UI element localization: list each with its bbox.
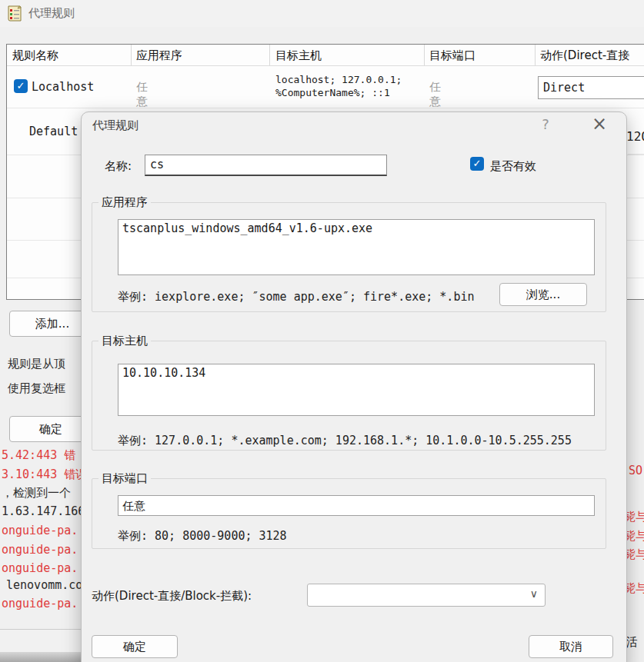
browse-button[interactable]: 浏览... <box>499 283 587 306</box>
proxy-rules-icon <box>6 5 23 22</box>
log-line: onguide-pa. <box>2 561 78 575</box>
row-divider <box>7 108 644 108</box>
col-header-action[interactable]: 动作(Direct-直接 <box>540 48 629 63</box>
col-header-rule-name[interactable]: 规则名称 <box>12 48 58 63</box>
row-divider <box>628 154 644 155</box>
close-icon[interactable]: × <box>588 113 611 135</box>
application-group-title: 应用程序 <box>98 195 151 210</box>
rule-enabled-checkbox[interactable]: ✓ <box>14 79 28 93</box>
window-title: 代理规则 <box>28 6 75 21</box>
rule-hosts-cell: localhost; 127.0.0.1; %ComputerName%; ::… <box>275 73 425 99</box>
action-dropdown[interactable]: ∨ <box>307 584 546 607</box>
log-line: 1.63.147.166 <box>2 504 85 518</box>
column-divider <box>535 45 536 65</box>
dialog-title: 代理规则 <box>92 118 138 133</box>
name-input[interactable]: cs <box>145 155 387 176</box>
application-example: 举例: iexplore.exe; ″some app.exe″; fire*.… <box>118 290 474 304</box>
text-fragment: SO <box>629 464 642 477</box>
log-line: onguide-pa. <box>2 597 78 610</box>
target-port-example: 举例: 80; 8000-9000; 3128 <box>118 529 287 544</box>
background-ok-button[interactable]: 确定 <box>9 416 92 442</box>
col-header-app[interactable]: 应用程序 <box>136 48 182 63</box>
log-line: onguide-pa. <box>2 543 78 557</box>
hint-text: 规则是从顶 <box>8 357 65 371</box>
rule-ports-cell: 任意 <box>429 80 441 109</box>
column-divider <box>424 45 425 65</box>
log-line: 3.10:443 错误 <box>2 467 87 482</box>
window-titlebar: 代理规则 <box>0 0 644 27</box>
ok-button[interactable]: 确定 <box>92 635 178 658</box>
rule-name-cell: Localhost <box>32 80 94 94</box>
application-textarea[interactable]: tscanplus_windows_amd64_v1.6-upx.exe <box>118 219 595 275</box>
valid-label: 是否有效 <box>490 159 536 174</box>
proxy-rule-dialog: 代理规则 ? × 名称: cs ✓ 是否有效 应用程序 tscanplus_wi… <box>81 111 627 662</box>
target-host-example: 举例: 127.0.0.1; *.example.com; 192.168.1.… <box>118 434 572 448</box>
help-icon[interactable]: ? <box>536 116 556 132</box>
cancel-button[interactable]: 取消 <box>529 635 613 658</box>
col-header-port[interactable]: 目标端口 <box>429 48 475 63</box>
name-label: 名称: <box>105 159 132 174</box>
target-host-textarea[interactable]: 10.10.10.134 <box>118 364 595 416</box>
chevron-down-icon: ∨ <box>530 587 538 600</box>
text-fragment: 120 <box>626 129 644 144</box>
rule-action-dropdown[interactable]: Direct <box>538 76 644 99</box>
target-port-group-title: 目标端口 <box>98 471 151 486</box>
column-divider <box>269 45 270 65</box>
target-host-group-title: 目标主机 <box>98 334 151 348</box>
action-label: 动作(Direct-直接/Block-拦截): <box>92 589 252 604</box>
column-divider <box>131 45 132 65</box>
target-port-input[interactable]: 任意 <box>118 495 595 516</box>
log-line: onguide-pa. <box>2 524 78 537</box>
hint-text: 使用复选框 <box>8 381 65 396</box>
log-line: lenovomm.co <box>6 578 82 592</box>
log-line: ，检测到一个 <box>2 486 71 501</box>
rule-app-cell: 任意 <box>136 80 148 109</box>
header-divider <box>7 65 644 66</box>
bottom-panel <box>0 630 81 652</box>
rule-name-cell[interactable]: Default <box>29 125 78 138</box>
valid-checkbox[interactable]: ✓ <box>470 157 484 171</box>
window-edge <box>0 652 81 662</box>
log-line: 5.42:443 错 <box>2 448 75 463</box>
col-header-host[interactable]: 目标主机 <box>275 48 322 63</box>
